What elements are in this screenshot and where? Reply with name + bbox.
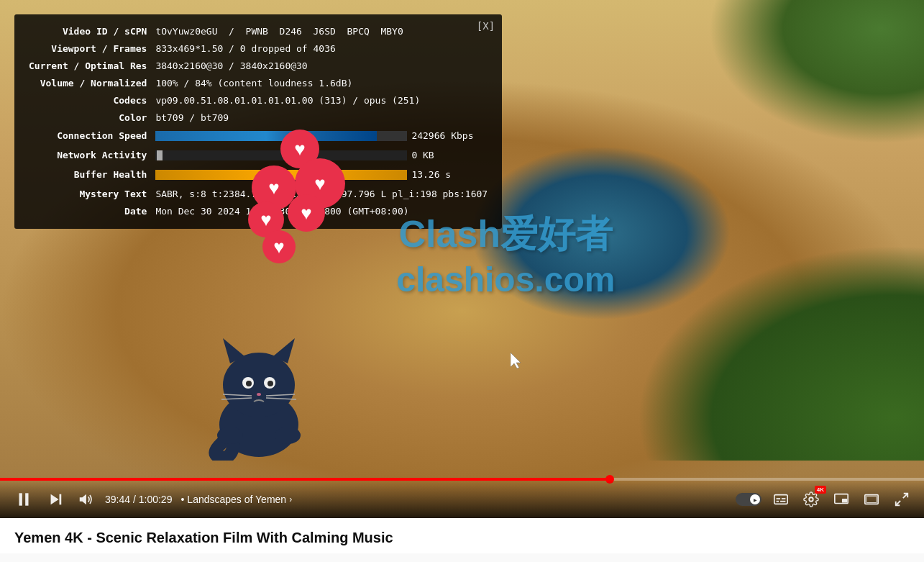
play-pause-button[interactable] — [12, 487, 36, 512]
controls-bar: 39:44 / 1:00:29 • Landscapes of Yemen › — [0, 481, 924, 518]
svg-marker-20 — [80, 494, 86, 505]
debug-row-res: Current / Optimal Res 3840x2160@30 / 384… — [26, 58, 490, 75]
debug-label-codecs: Codecs — [26, 92, 152, 109]
debug-label-viewport: Viewport / Frames — [26, 40, 152, 58]
debug-value-color: bt709 / bt709 — [152, 109, 490, 127]
debug-label-mystery: Mystery Text — [26, 186, 152, 203]
time-separator: / — [133, 494, 139, 505]
heart-icon-5 — [288, 194, 325, 232]
cat-svg — [201, 317, 316, 461]
svg-point-7 — [267, 381, 273, 386]
settings-button[interactable]: 4K — [800, 489, 822, 510]
debug-label-speed: Connection Speed — [26, 127, 152, 147]
svg-point-1 — [223, 353, 295, 417]
debug-label-network: Network Activity — [26, 147, 152, 166]
next-icon — [47, 491, 63, 507]
svg-rect-17 — [25, 493, 28, 505]
debug-value-viewport: 833x469*1.50 / 0 dropped of 4036 — [152, 40, 490, 58]
fullscreen-button[interactable] — [891, 489, 912, 510]
settings-icon — [803, 491, 819, 507]
settings-4k-badge: 4K — [815, 486, 826, 494]
speed-bar-fill — [155, 131, 377, 141]
miniplayer-icon — [833, 491, 849, 507]
chevron-right-icon: › — [289, 494, 292, 504]
debug-row-viewport: Viewport / Frames 833x469*1.50 / 0 dropp… — [26, 40, 490, 58]
debug-row-videoid: Video ID / sCPN tOvYuwz0eGU / PWNB D246 … — [26, 23, 490, 40]
svg-marker-18 — [51, 494, 59, 505]
svg-rect-16 — [19, 493, 22, 505]
debug-row-codecs: Codecs vp09.00.51.08.01.01.01.01.00 (313… — [26, 92, 490, 109]
next-button[interactable] — [45, 489, 66, 510]
svg-point-6 — [246, 381, 252, 386]
debug-row-speed: Connection Speed 242966 Kbps — [26, 127, 490, 147]
debug-label-buffer: Buffer Health — [26, 166, 152, 186]
video-title-area: Yemen 4K - Scenic Relaxation Film With C… — [0, 518, 924, 553]
terrain-green-br — [636, 245, 924, 461]
debug-value-res: 3840x2160@30 / 3840x2160@30 — [152, 58, 490, 75]
speed-bar — [155, 131, 407, 141]
svg-point-14 — [275, 427, 301, 444]
debug-label-date: Date — [26, 203, 152, 220]
svg-point-26 — [809, 497, 813, 502]
debug-row-network: Network Activity 0 KB — [26, 147, 490, 166]
pause-icon — [14, 490, 33, 509]
theater-icon — [864, 491, 879, 507]
current-time: 39:44 — [105, 494, 130, 505]
debug-value-videoid: tOvYuwz0eGU / PWNB D246 J6SD BPCQ MBY0 — [152, 23, 490, 40]
debug-label-videoid: Video ID / sCPN — [26, 23, 152, 40]
chapter-info[interactable]: • Landscapes of Yemen › — [180, 494, 292, 505]
autoplay-toggle[interactable] — [736, 493, 761, 506]
subtitles-button[interactable] — [770, 489, 792, 510]
svg-point-13 — [217, 427, 243, 444]
heart-icon-6 — [262, 230, 296, 263]
svg-line-32 — [896, 501, 900, 505]
svg-line-31 — [903, 494, 907, 498]
debug-close-button[interactable]: [X] — [477, 20, 495, 32]
miniplayer-button[interactable] — [831, 489, 852, 510]
debug-label-color: Color — [26, 109, 152, 127]
fullscreen-icon — [894, 491, 910, 507]
svg-point-8 — [257, 393, 261, 396]
debug-value-volume: 100% / 84% (content loudness 1.6dB) — [152, 75, 490, 92]
svg-rect-19 — [60, 494, 62, 505]
debug-label-res: Current / Optimal Res — [26, 58, 152, 75]
subtitles-icon — [773, 491, 789, 507]
debug-label-volume: Volume / Normalized — [26, 75, 152, 92]
terrain-green-tr — [708, 0, 924, 144]
svg-rect-28 — [842, 499, 847, 503]
debug-value-codecs: vp09.00.51.08.01.01.01.01.00 (313) / opu… — [152, 92, 490, 109]
debug-row-volume: Volume / Normalized 100% / 84% (content … — [26, 75, 490, 92]
chapter-name: Landscapes of Yemen — [187, 494, 286, 505]
autoplay-track[interactable] — [736, 493, 761, 506]
volume-icon — [78, 491, 93, 507]
volume-button[interactable] — [75, 489, 96, 510]
cat-mascot — [201, 317, 316, 461]
time-display: 39:44 / 1:00:29 — [105, 494, 172, 505]
chapter-separator: • — [180, 494, 184, 505]
debug-value-speed: 242966 Kbps — [152, 127, 490, 147]
debug-row-color: Color bt709 / bt709 — [26, 109, 490, 127]
theater-button[interactable] — [861, 489, 882, 510]
video-title: Yemen 4K - Scenic Relaxation Film With C… — [14, 530, 910, 546]
autoplay-thumb — [750, 494, 760, 504]
video-player[interactable]: [X] Video ID / sCPN tOvYuwz0eGU / PWNB D… — [0, 0, 924, 518]
total-time: 1:00:29 — [139, 494, 173, 505]
network-spike1 — [157, 150, 163, 160]
svg-rect-30 — [866, 496, 877, 502]
